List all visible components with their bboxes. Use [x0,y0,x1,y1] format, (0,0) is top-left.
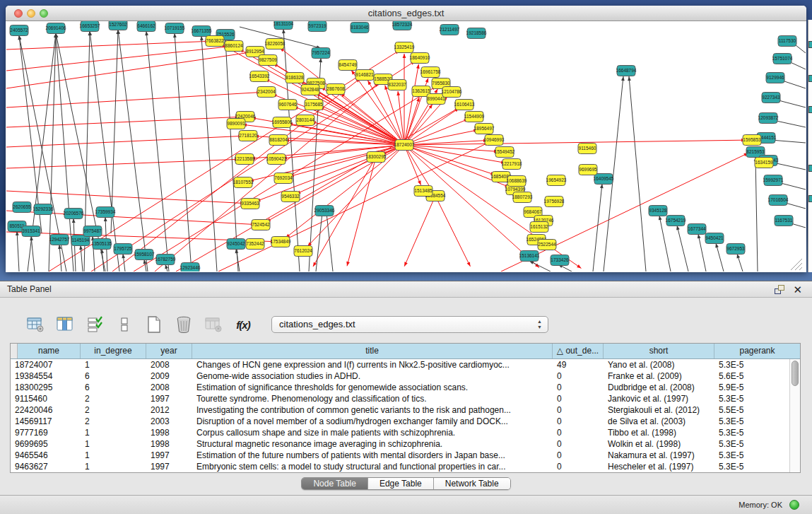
cell-year: 1997 [146,393,192,404]
tab-network-table[interactable]: Network Table [434,478,510,489]
svg-text:16671355: 16671355 [192,28,212,33]
table-tabs-row: Node TableEdge TableNetwork Table [0,477,812,492]
cell-short: de Silva et al. (2003) [604,416,714,427]
select-column-icon[interactable] [55,315,75,334]
svg-text:10719155: 10719155 [165,25,185,30]
column-header-title[interactable]: title [192,344,553,358]
cell-pagerank: 5.3E-5 [714,461,789,472]
cell-name: 9699695 [11,438,81,450]
cell-title: Estimation of the future numbers of pati… [192,450,553,461]
new-table-icon[interactable] [144,315,164,334]
table-row[interactable]: 1938455462009Genome-wide association stu… [11,370,789,382]
window-titlebar[interactable]: citations_edges.txt [6,6,806,21]
table-row[interactable]: 977716911998Corpus callosum shape and si… [11,427,789,438]
memory-ok-indicator [789,500,799,510]
table-settings-icon[interactable] [25,315,45,334]
svg-text:8454749: 8454749 [339,62,357,67]
cell-in_degree: 1 [81,450,146,461]
table-select-dropdown[interactable]: citations_edges.txt ▲▼ [271,316,548,333]
cell-name: 18724007 [11,359,81,370]
svg-text:9450421: 9450421 [705,235,724,240]
table-row[interactable]: 946554611997Estimation of the future num… [11,450,789,461]
column-header-out_degree[interactable]: △ out_de... [553,344,604,358]
cell-pagerank: 5.3E-5 [714,393,789,404]
column-header-name[interactable]: name [18,344,81,358]
function-builder-icon[interactable]: f(x) [233,315,253,334]
float-panel-icon[interactable] [775,285,784,294]
column-header-year[interactable]: year [146,344,192,358]
table-select-value: citations_edges.txt [279,319,355,329]
cell-short: Jankovic et al. (1997) [604,393,714,404]
cell-short: Yano et al. (2008) [604,359,714,370]
svg-text:2405572: 2405572 [10,28,28,33]
select-rows-check-icon[interactable] [85,315,105,334]
svg-text:21211497: 21211497 [440,27,460,32]
column-header-short[interactable]: short [604,344,714,358]
svg-text:1167531: 1167531 [775,218,793,223]
svg-text:16106413: 16106413 [454,102,475,107]
svg-text:12923446: 12923446 [180,265,201,270]
svg-text:7612024: 7612024 [294,248,312,253]
svg-text:18724007: 18724007 [394,142,415,147]
column-header-in_degree[interactable]: in_degree [81,344,146,358]
svg-text:1527602: 1527602 [109,22,127,27]
table-vertical-scrollbar[interactable] [789,359,800,472]
svg-text:7352442: 7352442 [246,241,264,246]
svg-text:9975487: 9975487 [83,228,102,233]
table-row[interactable]: 1872400712008Changes of HCN gene express… [11,359,789,370]
svg-text:1615132: 1615132 [530,224,548,229]
network-canvas[interactable]: 2405572206914061665325715276026466162107… [6,21,806,271]
svg-text:8186328: 8186328 [286,75,304,80]
delete-table-icon-disabled [204,315,223,334]
svg-text:17016504: 17016504 [768,197,789,202]
cell-pagerank: 5.3E-5 [714,416,789,427]
table-row[interactable]: 946362711997Embryonic stem cells: a mode… [11,461,789,472]
scrollbar-thumb[interactable] [792,361,799,386]
svg-text:2867608: 2867608 [326,86,345,91]
svg-text:9607646: 9607646 [278,102,297,107]
svg-text:9335463: 9335463 [241,201,259,206]
cell-short: Franke et al. (2009) [604,370,714,382]
svg-text:18300295: 18300295 [366,154,387,159]
svg-text:15136141: 15136141 [519,253,540,258]
table-row[interactable]: 2242004622012Investigating the contribut… [11,404,789,416]
svg-text:18107553: 18107553 [233,180,254,185]
cell-out_degree: 0 [553,416,604,427]
table-header-gutter [11,344,18,358]
cell-name: 14569117 [11,416,81,427]
cell-out_degree: 0 [553,438,604,450]
column-header-pagerank[interactable]: pagerank [714,344,800,358]
svg-text:9245042: 9245042 [227,241,245,246]
table-row[interactable]: 911546021997Tourette syndrome. Phenomeno… [11,393,789,404]
network-graph[interactable]: 2405572206914061665325715276026466162107… [6,21,806,271]
row-height-icon[interactable] [114,315,134,334]
cell-year: 1997 [146,450,192,461]
tab-node-table[interactable]: Node Table [302,478,368,489]
cell-name: 18300295 [11,382,81,393]
cell-pagerank: 5.6E-5 [714,370,789,382]
cell-out_degree: 0 [553,461,604,472]
background-window-sliver[interactable] [808,20,812,272]
svg-text:8990441: 8990441 [427,96,445,101]
cell-in_degree: 1 [81,427,146,438]
delete-trash-icon[interactable] [174,315,194,334]
svg-text:1362615: 1362615 [412,88,430,93]
svg-text:10590421: 10590421 [266,156,287,161]
svg-text:1677344: 1677344 [688,226,706,231]
cell-short: Wolkin et al. (1998) [604,438,714,450]
cell-short: Dudbridge et al. (2008) [604,382,714,393]
svg-text:9684067: 9684067 [524,209,542,214]
svg-text:1117530: 1117530 [779,38,796,43]
table-row[interactable]: 1830029562008Estimation of significance … [11,382,789,393]
close-panel-icon[interactable]: ✕ [793,284,802,295]
cell-title: Changes of HCN gene expression and I(f) … [192,359,553,370]
svg-text:17359934: 17359934 [95,209,116,214]
tab-edge-table[interactable]: Edge Table [368,478,434,489]
svg-text:5972319: 5972319 [308,23,326,28]
table-row[interactable]: 1456911722003Disruption of a novel membe… [11,416,789,427]
table-row[interactable]: 969969511998Structural magnetic resonanc… [11,438,789,450]
svg-text:12093872: 12093872 [758,115,779,120]
network-view-window[interactable]: citations_edges.txt 24055722069140616653… [6,6,806,272]
svg-text:20691406: 20691406 [46,25,66,30]
cell-year: 1998 [146,427,192,438]
